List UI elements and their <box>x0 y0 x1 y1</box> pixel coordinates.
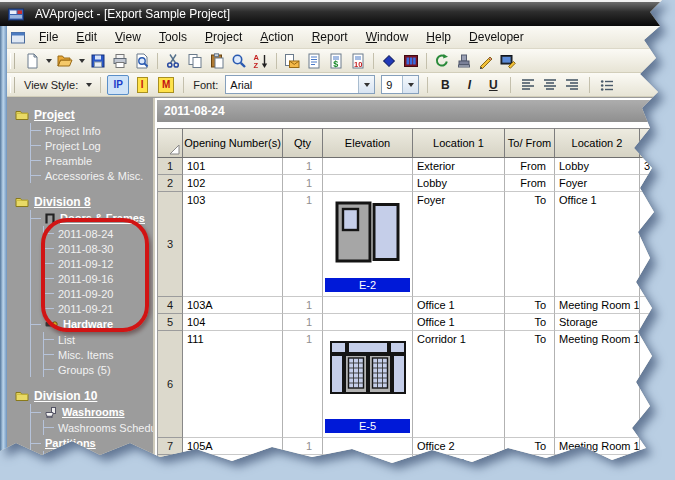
pencil-button[interactable] <box>475 51 497 71</box>
new-document-dropdown[interactable] <box>43 51 54 71</box>
cell-loc2[interactable]: Meeting Room 1 <box>555 331 640 438</box>
elevation-label[interactable]: E-2 <box>325 278 410 292</box>
catalog-button[interactable] <box>378 51 400 71</box>
cell-loc2[interactable]: Office 3 <box>555 455 640 471</box>
cell-elevation[interactable]: E-5 <box>323 331 413 438</box>
row-number[interactable]: 1 <box>157 158 183 175</box>
column-header-elevation[interactable]: Elevation <box>323 128 413 158</box>
cell-elevation[interactable] <box>323 455 413 471</box>
ip-view-toggle-button[interactable]: IP <box>107 75 129 95</box>
cell-elevation[interactable] <box>323 158 413 175</box>
numbered-report-button[interactable]: 10 <box>347 51 369 71</box>
cell-loc2[interactable]: Office 1 <box>555 192 640 297</box>
cell-qty[interactable]: 1 <box>283 192 323 297</box>
align-right-button[interactable] <box>561 75 583 95</box>
font-size-select[interactable]: 9 <box>381 75 419 94</box>
row-number[interactable]: 2 <box>157 175 183 192</box>
mdi-child-icon[interactable] <box>11 31 25 44</box>
cell-extra[interactable] <box>640 314 663 331</box>
cell-tofrom[interactable]: To <box>505 297 555 314</box>
menu-window[interactable]: Window <box>357 28 418 46</box>
font-select[interactable]: Arial <box>225 75 375 94</box>
sidebar-item-2011-08-24[interactable]: 2011-08-24 <box>44 226 153 241</box>
cell-tofrom[interactable]: From <box>505 158 555 175</box>
view-style-dropdown[interactable] <box>83 75 94 95</box>
cell-elevation[interactable]: E-2 <box>323 192 413 297</box>
row-number[interactable]: 7 <box>157 438 183 455</box>
cell-opening[interactable]: 105A <box>183 438 283 455</box>
price-report-button[interactable]: $ <box>325 51 347 71</box>
italic-button[interactable]: I <box>458 75 480 95</box>
elevation-panel-button[interactable] <box>400 51 422 71</box>
refresh-button[interactable] <box>431 51 453 71</box>
paste-button[interactable] <box>206 51 228 71</box>
cell-extra[interactable]: 3 <box>640 158 663 175</box>
cell-tofrom[interactable]: To <box>505 331 555 438</box>
cell-tofrom[interactable]: To <box>505 438 555 455</box>
cell-qty[interactable]: 1 <box>283 331 323 438</box>
cell-loc1[interactable]: Foyer <box>413 192 505 297</box>
cell-loc1[interactable]: Exterior <box>413 158 505 175</box>
column-header-n[interactable]: N <box>640 128 663 158</box>
menu-view[interactable]: View <box>106 28 150 46</box>
toolbar-grip[interactable] <box>10 77 15 93</box>
row-number[interactable]: 4 <box>157 297 183 314</box>
row-number[interactable]: 8 <box>157 455 183 471</box>
sidebar-item-2011-09-20[interactable]: 2011-09-20 <box>44 286 153 301</box>
column-header-opening-number-s[interactable]: Opening Number(s) <box>183 128 283 158</box>
cell-extra[interactable] <box>640 297 663 314</box>
screen-edit-button[interactable] <box>497 51 519 71</box>
menu-file[interactable]: File <box>30 28 67 46</box>
sidebar-item-2011-09-16[interactable]: 2011-09-16 <box>44 271 153 286</box>
sidebar-item-division-10[interactable]: Division 10 <box>15 387 153 404</box>
cell-tofrom[interactable]: To <box>505 192 555 297</box>
menu-tools[interactable]: Tools <box>150 28 196 46</box>
cell-qty[interactable]: 1 <box>283 158 323 175</box>
cell-opening[interactable]: 101 <box>183 158 283 175</box>
cell-tofrom[interactable]: From <box>505 175 555 192</box>
row-number[interactable]: 3 <box>157 192 183 297</box>
cell-opening[interactable]: 103 <box>183 192 283 297</box>
save-button[interactable] <box>87 51 109 71</box>
sidebar-item-list[interactable]: List <box>44 332 153 347</box>
report-document-button[interactable] <box>303 51 325 71</box>
cell-extra[interactable] <box>640 438 663 455</box>
cell-qty[interactable]: 1 <box>283 438 323 455</box>
align-left-button[interactable] <box>517 75 539 95</box>
sidebar-item-preamble[interactable]: Preamble <box>31 153 153 168</box>
menu-edit[interactable]: Edit <box>67 28 106 46</box>
email-export-button[interactable] <box>281 51 303 71</box>
cell-elevation[interactable] <box>323 175 413 192</box>
cell-opening[interactable]: 102 <box>183 175 283 192</box>
stamp-button[interactable] <box>453 51 475 71</box>
sidebar-item-2011-09-12[interactable]: 2011-09-12 <box>44 256 153 271</box>
cell-opening[interactable]: 106 <box>183 455 283 471</box>
cell-qty[interactable]: 1 <box>283 297 323 314</box>
cell-loc1[interactable]: Office 1 <box>413 314 505 331</box>
row-number[interactable]: 5 <box>157 314 183 331</box>
open-folder-dropdown[interactable] <box>76 51 87 71</box>
cell-loc2[interactable]: Meeting Room 1 <box>555 438 640 455</box>
cell-loc1[interactable]: Office 1 <box>413 297 505 314</box>
cell-loc1[interactable]: Office 2 <box>413 438 505 455</box>
new-document-button[interactable] <box>21 51 43 71</box>
sort-az-button[interactable]: AZ <box>250 51 272 71</box>
cell-extra[interactable] <box>640 192 663 297</box>
sidebar-item-partitions[interactable]: Partitions <box>31 435 153 451</box>
sidebar-item-washrooms-schedule[interactable]: Washrooms Schedule <box>44 420 153 435</box>
cell-opening[interactable]: 104 <box>183 314 283 331</box>
menu-report[interactable]: Report <box>303 28 357 46</box>
copy-button[interactable] <box>184 51 206 71</box>
cell-tofrom[interactable]: To <box>505 314 555 331</box>
cell-extra[interactable] <box>640 455 663 471</box>
underline-button[interactable]: U <box>482 75 504 95</box>
column-header-qty[interactable]: Qty <box>283 128 323 158</box>
title-bar[interactable]: AVAproject - [Export Sample Project] <box>0 2 663 26</box>
grid-corner-cell[interactable] <box>157 128 183 158</box>
cell-extra[interactable] <box>640 175 663 192</box>
cell-extra[interactable]: 3 <box>640 331 663 438</box>
sidebar-item-project[interactable]: Project <box>15 106 153 123</box>
cell-loc1[interactable]: Corridor 1 <box>413 455 505 471</box>
sidebar-item-project-info[interactable]: Project Info <box>31 123 153 138</box>
metric-units-button[interactable]: M <box>155 75 177 95</box>
